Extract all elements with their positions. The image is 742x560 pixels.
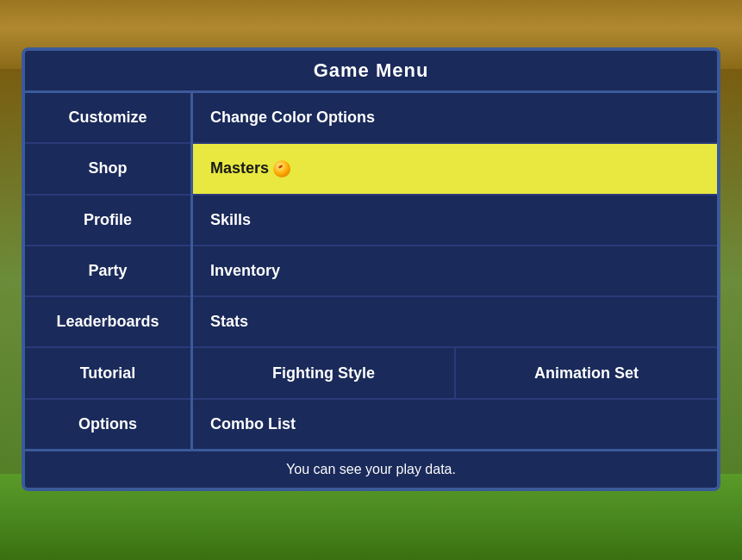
game-menu: Game Menu Customize Shop Profile Party L… [22, 47, 720, 491]
nav-item-profile[interactable]: Profile [25, 196, 190, 246]
nav-item-leaderboards[interactable]: Leaderboards [25, 297, 190, 348]
content-stats[interactable]: Stats [193, 297, 717, 348]
content-change-color-options[interactable]: Change Color Options [193, 93, 717, 144]
left-navigation: Customize Shop Profile Party Leaderboard… [25, 93, 193, 449]
menu-body: Customize Shop Profile Party Leaderboard… [25, 93, 717, 449]
content-masters[interactable]: Masters [193, 144, 717, 195]
nav-item-party[interactable]: Party [25, 246, 190, 297]
nav-item-options[interactable]: Options [25, 400, 190, 449]
menu-footer: You can see your play data. [25, 449, 717, 488]
content-fighting-style[interactable]: Fighting Style [193, 348, 456, 397]
menu-title: Game Menu [25, 51, 717, 93]
nav-item-tutorial[interactable]: Tutorial [25, 348, 190, 399]
nav-item-shop[interactable]: Shop [25, 144, 190, 195]
right-content: Change Color Options Masters Skills Inve… [193, 93, 717, 449]
dragon-ball-cursor-icon [273, 160, 290, 177]
content-skills[interactable]: Skills [193, 196, 717, 246]
nav-item-customize[interactable]: Customize [25, 93, 190, 144]
content-inventory[interactable]: Inventory [193, 246, 717, 297]
content-combo-list[interactable]: Combo List [193, 400, 717, 449]
content-animation-set[interactable]: Animation Set [456, 348, 717, 397]
content-fighting-animation-row: Fighting Style Animation Set [193, 348, 717, 399]
